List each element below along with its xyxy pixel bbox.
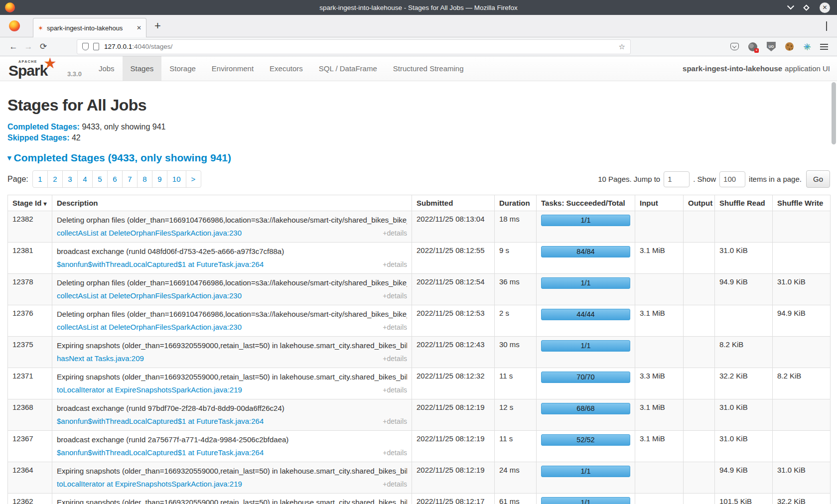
stage-description: Deleting orphan files (older_than=166910… xyxy=(57,215,407,225)
details-toggle[interactable]: +details xyxy=(383,354,407,364)
details-toggle[interactable]: +details xyxy=(383,448,407,458)
stage-detail-link[interactable]: $anonfun$withThreadLocalCaptured$1 at Fu… xyxy=(57,416,264,426)
stage-description: Expiring snapshots (older_than=166932055… xyxy=(57,372,407,382)
col-description[interactable]: Description xyxy=(52,195,412,211)
spark-nav-sql-dataframe[interactable]: SQL / DataFrame xyxy=(311,56,385,81)
account-container-icon[interactable] xyxy=(748,42,757,51)
skipped-stages-label: Skipped Stages: xyxy=(7,133,69,142)
shuffle-read-cell: 8.2 KiB xyxy=(715,337,773,368)
stage-detail-link[interactable]: $anonfun$withThreadLocalCaptured$1 at Fu… xyxy=(57,447,264,458)
stage-detail-link[interactable]: collectAsList at DeleteOrphanFilesSparkA… xyxy=(57,228,242,238)
details-toggle[interactable]: +details xyxy=(383,291,407,301)
tracking-shield-icon[interactable] xyxy=(82,43,89,50)
duration-cell: 61 ms xyxy=(495,494,537,504)
page-button->[interactable]: > xyxy=(186,170,201,188)
details-toggle[interactable]: +details xyxy=(383,385,407,395)
vertical-scrollbar-thumb[interactable] xyxy=(832,82,836,144)
pagination-controls: 10 Pages. Jump to . Show items in a page… xyxy=(598,170,830,188)
ublock-origin-icon[interactable]: UO xyxy=(767,42,776,51)
spark-nav-jobs[interactable]: Jobs xyxy=(91,56,123,81)
details-toggle[interactable]: +details xyxy=(383,259,407,270)
list-all-tabs-button[interactable] xyxy=(826,21,827,30)
col-output[interactable]: Output xyxy=(684,195,715,211)
application-ui-label: spark-ingest-into-lakehouse application … xyxy=(683,56,830,81)
items-per-page-input[interactable] xyxy=(719,171,745,187)
submitted-cell: 2022/11/25 08:12:17 xyxy=(412,494,495,504)
col-stage-id[interactable]: Stage Id ▾ xyxy=(8,195,52,211)
details-toggle[interactable]: +details xyxy=(383,322,407,333)
col-tasks[interactable]: Tasks: Succeeded/Total xyxy=(537,195,635,211)
stage-detail-link[interactable]: collectAsList at DeleteOrphanFilesSparkA… xyxy=(57,290,242,301)
bookmark-star-icon[interactable]: ☆ xyxy=(619,42,625,51)
show-label: . Show xyxy=(693,175,716,183)
tab-title: spark-ingest-into-lakehous xyxy=(47,24,134,32)
page-button-6[interactable]: 6 xyxy=(107,170,123,188)
spark-logo[interactable]: APACHE Spark ★ xyxy=(7,56,66,81)
col-duration[interactable]: Duration xyxy=(495,195,537,211)
page-button-2[interactable]: 2 xyxy=(47,170,63,188)
url-bar[interactable]: 127.0.0.1:4040/stages/ ☆ xyxy=(77,39,631,54)
stage-detail-link[interactable]: toLocalIterator at ExpireSnapshotsSparkA… xyxy=(57,479,242,489)
pagination-row: Page: 12345678910> 10 Pages. Jump to . S… xyxy=(7,170,830,188)
spark-nav-stages[interactable]: Stages xyxy=(123,56,162,81)
stage-row-12381: 12381broadcast exchange (runId 048fd06f-… xyxy=(8,243,831,274)
stage-id-cell: 12362 xyxy=(8,494,52,504)
output-cell xyxy=(684,211,715,243)
page-button-1[interactable]: 1 xyxy=(32,170,48,188)
completed-stages-section-toggle[interactable]: ▾Completed Stages (9433, only showing 94… xyxy=(7,152,830,164)
go-button[interactable]: Go xyxy=(806,170,830,188)
browser-tab[interactable]: ✶ spark-ingest-into-lakehous ✕ xyxy=(33,18,146,37)
tasks-cell: 52/52 xyxy=(537,431,635,462)
stage-detail-link[interactable]: collectAsList at DeleteOrphanFilesSparkA… xyxy=(57,322,242,332)
page-info-icon[interactable] xyxy=(93,43,99,50)
new-tab-button[interactable]: + xyxy=(154,20,161,31)
tab-close-icon[interactable]: ✕ xyxy=(137,24,141,31)
shuffle-read-cell xyxy=(715,211,773,243)
forward-button[interactable]: → xyxy=(21,42,36,52)
description-cell: Deleting orphan files (older_than=166910… xyxy=(52,305,412,337)
submitted-cell: 2022/11/25 08:12:54 xyxy=(412,274,495,305)
tasks-progress-bar: 84/84 xyxy=(541,246,630,257)
details-toggle[interactable]: +details xyxy=(383,228,407,239)
shuffle-write-cell: 31.0 KiB xyxy=(773,462,831,494)
page-button-3[interactable]: 3 xyxy=(62,170,78,188)
col-shuffle-write[interactable]: Shuffle Write xyxy=(773,195,831,211)
tasks-progress-bar: 68/68 xyxy=(541,403,630,414)
description-cell: broadcast exchange (runId 2a75677f-a771-… xyxy=(52,431,412,462)
shuffle-write-cell xyxy=(773,337,831,368)
shuffle-write-cell xyxy=(773,243,831,274)
reload-button[interactable]: ⟳ xyxy=(36,41,51,52)
extension-asterisk-icon[interactable]: ✳ xyxy=(803,42,811,51)
details-toggle[interactable]: +details xyxy=(383,416,407,427)
page-button-9[interactable]: 9 xyxy=(152,170,167,188)
stage-detail-link[interactable]: $anonfun$withThreadLocalCaptured$1 at Fu… xyxy=(57,259,264,269)
tab-bar: ✶ spark-ingest-into-lakehous ✕ + xyxy=(0,15,837,37)
details-toggle[interactable]: +details xyxy=(383,479,407,490)
cookie-extension-icon[interactable] xyxy=(785,42,794,51)
stage-row-12382: 12382Deleting orphan files (older_than=1… xyxy=(8,211,831,243)
completed-stages-value: 9433, only showing 941 xyxy=(82,123,165,131)
app-suffix: application UI xyxy=(785,64,830,73)
stage-detail-link[interactable]: hasNext at Tasks.java:209 xyxy=(57,353,144,364)
spark-nav-structured-streaming[interactable]: Structured Streaming xyxy=(385,56,472,81)
back-button[interactable]: ← xyxy=(6,42,21,52)
page-button-4[interactable]: 4 xyxy=(77,170,93,188)
page-button-10[interactable]: 10 xyxy=(167,170,186,188)
menu-hamburger-icon[interactable] xyxy=(820,44,828,50)
jump-to-page-input[interactable] xyxy=(664,171,690,187)
col-input[interactable]: Input xyxy=(635,195,684,211)
window-close-icon[interactable]: ✕ xyxy=(820,2,830,13)
col-submitted[interactable]: Submitted xyxy=(412,195,495,211)
page-button-8[interactable]: 8 xyxy=(137,170,152,188)
window-maximize-icon[interactable] xyxy=(803,4,810,11)
spark-nav-environment[interactable]: Environment xyxy=(204,56,262,81)
spark-nav-executors[interactable]: Executors xyxy=(262,56,311,81)
page-button-7[interactable]: 7 xyxy=(122,170,138,188)
pocket-icon[interactable] xyxy=(730,43,739,50)
page-button-5[interactable]: 5 xyxy=(92,170,108,188)
stage-detail-link[interactable]: toLocalIterator at ExpireSnapshotsSparkA… xyxy=(57,384,242,395)
window-minimize-icon[interactable] xyxy=(787,2,794,9)
col-shuffle-read[interactable]: Shuffle Read xyxy=(715,195,773,211)
tasks-cell: 84/84 xyxy=(537,243,635,274)
spark-nav-storage[interactable]: Storage xyxy=(161,56,204,81)
